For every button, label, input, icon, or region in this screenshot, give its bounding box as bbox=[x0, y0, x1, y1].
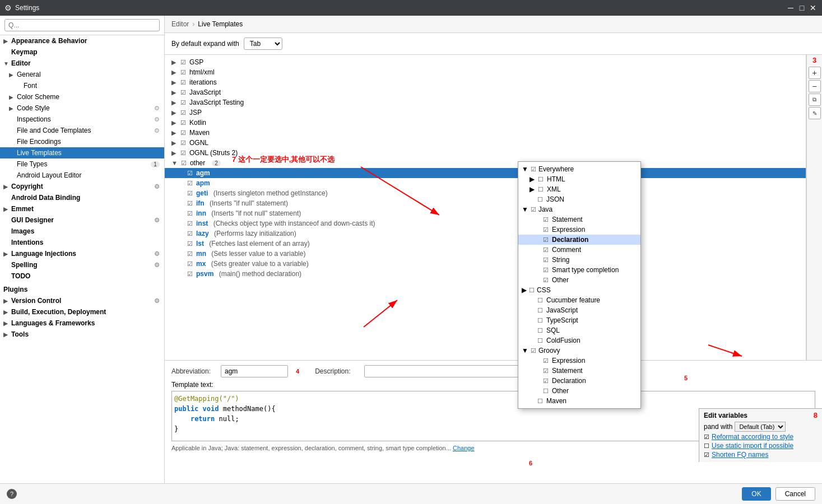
cp-java[interactable]: ▼ ☑ Java bbox=[518, 204, 640, 214]
tpl-group-kotlin[interactable]: ▶ ☑ Kotlin bbox=[165, 118, 806, 128]
cp-smart-type[interactable]: ☑ Smart type completion bbox=[518, 265, 640, 275]
sidebar-item-file-types[interactable]: ▶ File Types 1 bbox=[0, 158, 164, 170]
sidebar-item-editor[interactable]: ▼ Editor bbox=[0, 58, 164, 69]
sidebar-item-todo[interactable]: ▶ TODO bbox=[0, 270, 164, 282]
tpl-item-psvm[interactable]: ☑ psvm (main() method declaration) bbox=[165, 269, 806, 279]
sidebar-section-plugins[interactable]: Plugins bbox=[0, 284, 164, 295]
tpl-item-mx[interactable]: ☑ mx (Sets greater value to a variable) bbox=[165, 259, 806, 269]
cp-maven-ctx[interactable]: ☐ Maven bbox=[518, 396, 640, 406]
remove-template-btn[interactable]: − bbox=[809, 80, 821, 92]
ev-static-import-label[interactable]: Use static import if possible bbox=[712, 442, 793, 450]
sidebar-item-label: File Types bbox=[17, 160, 47, 168]
tpl-group-maven[interactable]: ▶ ☑ Maven bbox=[165, 128, 806, 138]
cp-html[interactable]: ▶ ☐ HTML bbox=[518, 174, 640, 184]
sidebar-item-keymap[interactable]: ▶ Keymap bbox=[0, 46, 164, 58]
sidebar-item-android-data-binding[interactable]: ▶ Android Data Binding bbox=[0, 192, 164, 203]
tpl-group-jsp[interactable]: ▶ ☑ JSP bbox=[165, 108, 806, 118]
sidebar-item-intentions[interactable]: ▶ Intentions bbox=[0, 237, 164, 248]
sidebar-item-code-style[interactable]: ▶ Code Style ⚙ bbox=[0, 102, 164, 114]
ev-reformat-label[interactable]: Reformat according to style bbox=[712, 433, 793, 441]
sidebar-item-emmet[interactable]: ▶ Emmet bbox=[0, 203, 164, 214]
cp-groovy-expression[interactable]: ☑ Expression bbox=[518, 356, 640, 366]
sidebar-item-font[interactable]: ▶ Font bbox=[0, 80, 164, 91]
cp-declaration[interactable]: ☑ Declaration bbox=[518, 235, 640, 245]
cp-xml[interactable]: ▶ ☐ XML bbox=[518, 184, 640, 194]
abbreviation-input[interactable] bbox=[221, 365, 288, 377]
ev-reformat-row[interactable]: ☑ Reformat according to style bbox=[704, 433, 818, 441]
copy-template-btn[interactable]: ⧉ bbox=[809, 94, 821, 106]
search-input[interactable] bbox=[4, 19, 160, 31]
tpl-item-agm[interactable]: ☑ agm bbox=[165, 168, 806, 178]
badge-file-types: 1 bbox=[151, 161, 160, 167]
tpl-group-javascript[interactable]: ▶ ☑ JavaScript bbox=[165, 87, 806, 97]
sidebar-item-live-templates[interactable]: ▶ Live Templates bbox=[0, 147, 164, 158]
ok-button[interactable]: OK bbox=[742, 487, 770, 501]
cp-javascript-ctx[interactable]: ☐ JavaScript bbox=[518, 305, 640, 315]
sidebar-section-tools[interactable]: ▶ Tools bbox=[0, 329, 164, 340]
help-button[interactable]: ? bbox=[7, 489, 17, 499]
ev-static-import-row[interactable]: ☐ Use static import if possible bbox=[704, 442, 818, 450]
sidebar-item-spelling[interactable]: ▶ Spelling ⚙ bbox=[0, 259, 164, 270]
sidebar-item-file-encodings[interactable]: ▶ File Encodings bbox=[0, 136, 164, 147]
check-icon: ☐ bbox=[537, 398, 543, 405]
sidebar-item-inspections[interactable]: ▶ Inspections ⚙ bbox=[0, 114, 164, 125]
cp-coldfusion[interactable]: ☐ ColdFusion bbox=[518, 335, 640, 346]
edit-template-btn[interactable]: ✎ bbox=[809, 107, 821, 119]
sidebar-item-copyright[interactable]: ▶ Copyright ⚙ bbox=[0, 181, 164, 192]
cp-other-java[interactable]: ☑ Other bbox=[518, 275, 640, 285]
add-template-btn[interactable]: + bbox=[809, 67, 821, 79]
sidebar-item-appearance[interactable]: ▶ Appearance & Behavior bbox=[0, 35, 164, 46]
tpl-item-lst[interactable]: ☑ lst (Fetches last element of an array) bbox=[165, 239, 806, 249]
tpl-group-ognl-struts[interactable]: ▶ ☑ OGNL (Struts 2) bbox=[165, 148, 806, 158]
cancel-button[interactable]: Cancel bbox=[775, 487, 815, 501]
cp-groovy-declaration[interactable]: ☑ Declaration bbox=[518, 376, 640, 386]
cp-typescript[interactable]: ☐ TypeScript bbox=[518, 315, 640, 325]
sidebar-item-general[interactable]: ▶ General bbox=[0, 69, 164, 80]
cp-json[interactable]: ☐ JSON bbox=[518, 194, 640, 204]
tpl-item-lazy[interactable]: ☑ lazy (Performs lazy initialization) bbox=[165, 228, 806, 239]
cp-label: Smart type completion bbox=[552, 266, 619, 274]
sidebar-item-android-layout[interactable]: ▶ Android Layout Editor bbox=[0, 170, 164, 181]
sidebar-section-build[interactable]: ▶ Build, Execution, Deployment bbox=[0, 306, 164, 318]
sidebar-item-gui-designer[interactable]: ▶ GUI Designer ⚙ bbox=[0, 214, 164, 226]
minimize-btn[interactable]: ─ bbox=[786, 3, 795, 12]
tpl-group-javascript-testing[interactable]: ▶ ☑ JavaScript Testing bbox=[165, 97, 806, 108]
cp-css[interactable]: ▶ ☐ CSS bbox=[518, 285, 640, 295]
cp-everywhere[interactable]: ▼ ☑ Everywhere bbox=[518, 164, 640, 174]
cp-expression[interactable]: ☑ Expression bbox=[518, 225, 640, 235]
tpl-item-mn[interactable]: ☑ mn (Sets lesser value to a variable) bbox=[165, 249, 806, 259]
cp-groovy-other[interactable]: ☐ Other bbox=[518, 386, 640, 396]
sidebar-item-color-scheme[interactable]: ▶ Color Scheme bbox=[0, 91, 164, 102]
tpl-group-other[interactable]: ▼ ☑ other 2 bbox=[165, 158, 806, 168]
ev-expand-select[interactable]: Default (Tab) bbox=[735, 422, 786, 432]
tpl-group-iterations[interactable]: ▶ ☑ iterations bbox=[165, 77, 806, 87]
tpl-item-ifn[interactable]: ☑ ifn (Inserts "if null" statement) bbox=[165, 198, 806, 208]
cp-string[interactable]: ☑ String bbox=[518, 255, 640, 265]
tpl-item-geti[interactable]: ☑ geti (Inserts singleton method getInst… bbox=[165, 188, 806, 198]
cp-groovy[interactable]: ▼ ☑ Groovy bbox=[518, 346, 640, 356]
tpl-item-inst[interactable]: ☑ inst (Checks object type with instance… bbox=[165, 218, 806, 228]
maximize-btn[interactable]: □ bbox=[797, 3, 806, 12]
cp-sql[interactable]: ☐ SQL bbox=[518, 325, 640, 335]
cp-label: Other bbox=[552, 387, 569, 395]
expand-arrow-icon: ▶ bbox=[9, 72, 15, 78]
cp-comment[interactable]: ☑ Comment bbox=[518, 245, 640, 255]
ev-shorten-label[interactable]: Shorten FQ names bbox=[712, 451, 768, 459]
ev-shorten-row[interactable]: ☑ Shorten FQ names bbox=[704, 451, 818, 459]
sidebar-item-images[interactable]: ▶ Images bbox=[0, 226, 164, 237]
cp-statement[interactable]: ☑ Statement bbox=[518, 214, 640, 225]
change-link[interactable]: Change bbox=[453, 445, 475, 451]
tpl-item-apm[interactable]: ☑ apm bbox=[165, 178, 806, 188]
sidebar-section-vcs[interactable]: ▶ Version Control ⚙ bbox=[0, 295, 164, 306]
close-btn[interactable]: ✕ bbox=[809, 3, 818, 12]
tpl-group-ognl[interactable]: ▶ ☑ OGNL bbox=[165, 138, 806, 148]
expand-select[interactable]: Tab Enter Space bbox=[244, 38, 282, 50]
cp-cucumber[interactable]: ☐ Cucumber feature bbox=[518, 295, 640, 305]
sidebar-item-language-injections[interactable]: ▶ Language Injections ⚙ bbox=[0, 248, 164, 259]
tpl-group-gsp[interactable]: ▶ ☑ GSP bbox=[165, 57, 806, 67]
tpl-group-html[interactable]: ▶ ☑ html/xml bbox=[165, 67, 806, 77]
tpl-item-inn[interactable]: ☑ inn (Inserts "if not null" statement) bbox=[165, 208, 806, 218]
sidebar-item-file-code-templates[interactable]: ▶ File and Code Templates ⚙ bbox=[0, 125, 164, 136]
sidebar-section-languages[interactable]: ▶ Languages & Frameworks bbox=[0, 318, 164, 329]
cp-groovy-statement[interactable]: ☑ Statement bbox=[518, 366, 640, 376]
